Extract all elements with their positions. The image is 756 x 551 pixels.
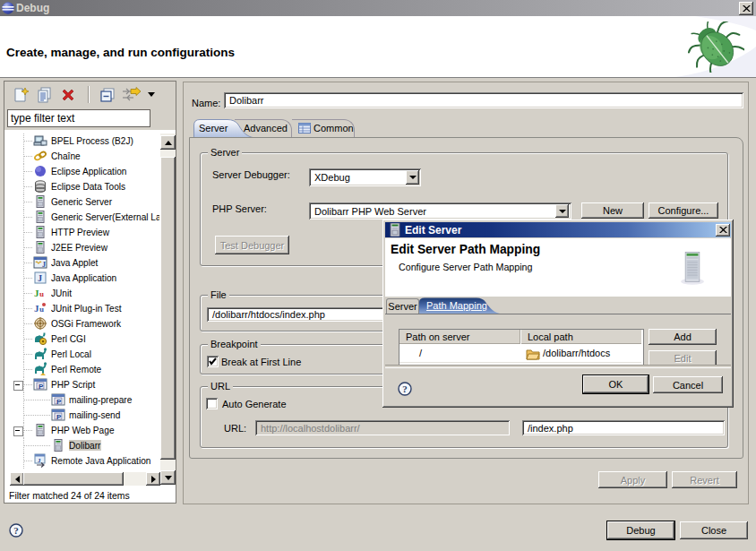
svg-text:P: P	[56, 413, 62, 421]
svg-text:u: u	[39, 289, 44, 298]
svg-text:J: J	[38, 273, 42, 283]
svg-text:?: ?	[402, 383, 408, 394]
svg-text:J: J	[38, 457, 41, 464]
svg-text:P: P	[39, 383, 44, 391]
svg-text:P: P	[56, 398, 62, 406]
svg-text:?: ?	[13, 525, 19, 536]
svg-text:J: J	[42, 261, 46, 269]
